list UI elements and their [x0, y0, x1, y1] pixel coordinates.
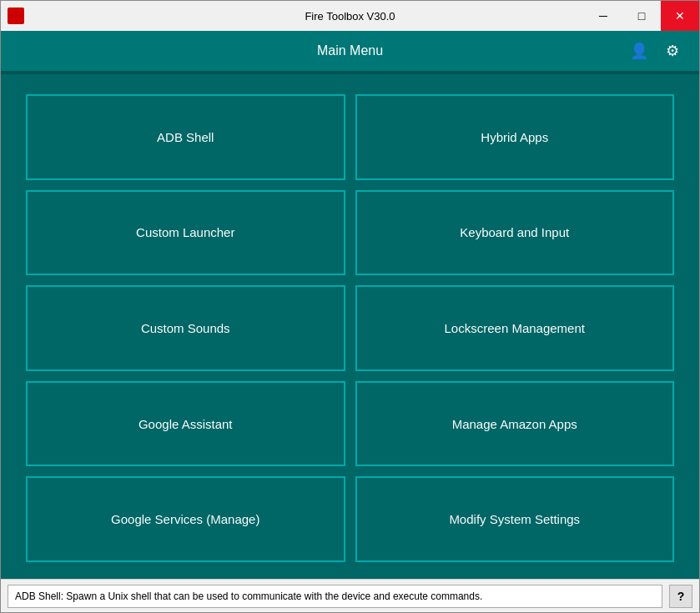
maximize-button[interactable]: □ — [622, 1, 661, 31]
adb-shell-button[interactable]: ADB Shell — [26, 94, 345, 180]
header-title: Main Menu — [317, 43, 383, 58]
button-grid: ADB Shell Hybrid Apps Custom Launcher Ke… — [26, 94, 674, 562]
title-bar-controls: ─ □ ✕ — [584, 1, 699, 31]
hybrid-apps-button[interactable]: Hybrid Apps — [355, 94, 675, 180]
help-button[interactable]: ? — [669, 585, 692, 608]
google-services-button[interactable]: Google Services (Manage) — [26, 476, 345, 562]
google-assistant-button[interactable]: Google Assistant — [26, 381, 345, 467]
main-content: ADB Shell Hybrid Apps Custom Launcher Ke… — [1, 78, 699, 579]
minimize-button[interactable]: ─ — [584, 1, 622, 31]
modify-system-settings-button[interactable]: Modify System Settings — [355, 476, 675, 562]
custom-sounds-button[interactable]: Custom Sounds — [26, 285, 345, 371]
status-bar: ADB Shell: Spawn a Unix shell that can b… — [1, 579, 699, 612]
lockscreen-management-button[interactable]: Lockscreen Management — [355, 285, 675, 371]
header-bar: Main Menu 👤 ⚙ — [1, 31, 699, 73]
settings-icon-button[interactable]: ⚙ — [659, 38, 686, 64]
title-bar: Fire Toolbox V30.0 ─ □ ✕ — [1, 1, 699, 31]
user-icon-button[interactable]: 👤 — [626, 38, 652, 64]
app-icon — [8, 8, 24, 24]
user-icon: 👤 — [630, 42, 648, 60]
keyboard-input-button[interactable]: Keyboard and Input — [355, 190, 675, 276]
custom-launcher-button[interactable]: Custom Launcher — [26, 190, 345, 276]
window-title: Fire Toolbox V30.0 — [305, 10, 395, 23]
header-icons: 👤 ⚙ — [626, 38, 686, 64]
main-window: Fire Toolbox V30.0 ─ □ ✕ Main Menu 👤 ⚙ A… — [0, 0, 700, 613]
gear-icon: ⚙ — [666, 42, 679, 60]
header-separator — [1, 73, 699, 74]
title-bar-left — [8, 8, 24, 24]
manage-amazon-apps-button[interactable]: Manage Amazon Apps — [355, 381, 675, 467]
close-button[interactable]: ✕ — [661, 1, 699, 31]
status-text: ADB Shell: Spawn a Unix shell that can b… — [8, 585, 662, 608]
